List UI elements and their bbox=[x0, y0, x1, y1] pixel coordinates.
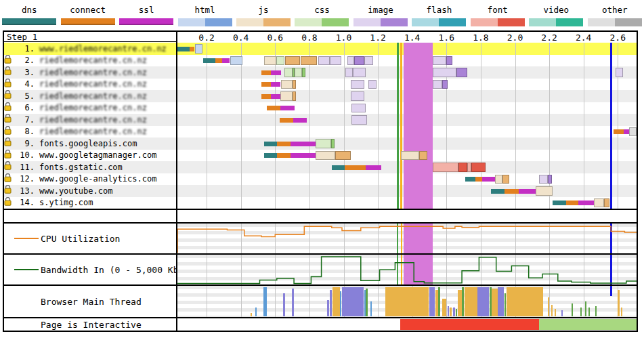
swatch-dark bbox=[263, 18, 291, 26]
tick-label: 2.2 bbox=[538, 32, 561, 43]
request-image-block bbox=[616, 68, 623, 77]
row-domain-link[interactable]: www.riedlemorecantre.cn.nz bbox=[39, 44, 167, 54]
request-font-block bbox=[433, 163, 458, 172]
row-domain-link[interactable]: riedlemorecantre.cn.nz bbox=[39, 79, 147, 89]
separator bbox=[4, 284, 637, 286]
request-dns-segment bbox=[465, 177, 475, 182]
request-other-block bbox=[629, 127, 637, 137]
request-image-block bbox=[354, 56, 364, 66]
main-thread-paint-bar bbox=[580, 308, 582, 316]
legend-label: connect bbox=[70, 5, 106, 15]
request-js-block bbox=[594, 198, 604, 208]
row-domain-link[interactable]: riedlemorecantre.cn.nz bbox=[39, 91, 147, 101]
legend-label: html bbox=[195, 5, 215, 15]
row-domain-link[interactable]: www.youtube.com bbox=[39, 186, 112, 196]
request-dns-segment bbox=[264, 153, 277, 158]
legend-label: video bbox=[543, 5, 569, 15]
swatch-dark bbox=[322, 18, 349, 26]
legend-swatch-video-icon bbox=[529, 18, 583, 26]
row-domain-link[interactable]: riedlemorecantre.cn.nz bbox=[39, 68, 147, 77]
request-ssl-segment bbox=[519, 189, 536, 194]
main-thread-layout-bar bbox=[453, 308, 455, 316]
request-css-block bbox=[331, 139, 335, 148]
legend-swatch-css-icon bbox=[295, 18, 349, 26]
request-connect-segment bbox=[261, 94, 271, 99]
request-js-block bbox=[604, 198, 609, 208]
request-ssl-segment bbox=[482, 177, 495, 182]
lock-icon bbox=[4, 102, 12, 111]
request-connect-segment bbox=[267, 106, 280, 110]
legend-label: font bbox=[488, 5, 508, 15]
tick-label: 0.4 bbox=[230, 32, 253, 43]
request-css-block bbox=[284, 68, 292, 77]
request-image-block bbox=[364, 56, 373, 66]
main-thread-script-bar bbox=[251, 313, 252, 316]
main-thread-paint-bar bbox=[438, 287, 440, 316]
separator bbox=[4, 222, 637, 224]
legend-swatch-flash-icon bbox=[412, 18, 466, 26]
row-domain-link[interactable]: riedlemorecantre.cn.nz bbox=[39, 56, 147, 65]
request-css-block bbox=[302, 68, 305, 77]
cpu-label-cell: CPU Utilization bbox=[4, 224, 176, 253]
main-thread-script-bar bbox=[555, 309, 556, 316]
tick-label: 0.8 bbox=[298, 32, 321, 43]
cpu-section-label: CPU Utilization bbox=[41, 234, 120, 244]
legend-swatch-image-icon bbox=[353, 18, 408, 26]
row-domain-link[interactable]: riedlemorecantre.cn.nz bbox=[39, 127, 147, 136]
bandwidth-section-label: Bandwidth In (0 - 5,000 Kbps) bbox=[41, 265, 194, 275]
main-thread-paint-bar bbox=[490, 287, 492, 316]
swatch-dark bbox=[498, 18, 525, 26]
request-js-block bbox=[301, 56, 317, 66]
gridline bbox=[344, 43, 345, 209]
legend-item-connect: connect bbox=[58, 0, 116, 30]
main-thread-layout-bar bbox=[477, 287, 489, 316]
request-js-block bbox=[335, 151, 351, 161]
request-image-block bbox=[351, 115, 367, 125]
row-domain-link[interactable]: fonts.gstatic.com bbox=[39, 163, 123, 172]
row-domain-link[interactable]: riedlemorecantre.cn.nz bbox=[39, 115, 147, 125]
request-font-block bbox=[471, 163, 486, 172]
request-js-block bbox=[281, 80, 292, 89]
bandwidth-legend-line-icon bbox=[14, 269, 39, 270]
separator bbox=[4, 209, 637, 210]
legend-swatch-js-icon bbox=[236, 18, 291, 26]
row-domain-link[interactable]: s.ytimg.com bbox=[39, 198, 93, 207]
swatch-dark bbox=[381, 18, 408, 26]
legend-item-video: video bbox=[527, 0, 585, 30]
request-js-block bbox=[502, 175, 509, 184]
request-image-block bbox=[345, 68, 353, 77]
legend-item-js: js bbox=[234, 0, 293, 30]
separator bbox=[4, 317, 637, 318]
row-number: 9. bbox=[17, 139, 35, 148]
row-domain-link[interactable]: www.googletagmanager.com bbox=[39, 150, 156, 160]
main-thread-layout-bar bbox=[327, 300, 329, 316]
legend-item-ssl: ssl bbox=[117, 0, 175, 30]
row-domain-link[interactable]: riedlemorecantre.cn.nz bbox=[39, 103, 147, 112]
tick-label: 1.0 bbox=[332, 32, 356, 43]
row-domain-link[interactable]: fonts.googleapis.com bbox=[39, 139, 137, 148]
request-connect-segment bbox=[261, 70, 271, 75]
request-ssl-segment bbox=[222, 58, 230, 63]
gridline bbox=[207, 43, 207, 209]
request-js-block bbox=[293, 80, 296, 89]
row-number: 14. bbox=[17, 198, 35, 207]
main-thread-parse-bar bbox=[370, 301, 372, 316]
request-ssl-segment bbox=[291, 153, 316, 158]
row-domain-link[interactable]: www.google-analytics.com bbox=[39, 174, 156, 184]
request-image-block bbox=[433, 68, 456, 77]
request-dns-segment bbox=[177, 47, 190, 51]
request-js-block bbox=[285, 56, 300, 66]
request-image-block bbox=[368, 80, 376, 89]
separator bbox=[4, 253, 637, 255]
lock-icon bbox=[4, 55, 12, 64]
legend-item-font: font bbox=[469, 0, 527, 30]
legend-item-other: other bbox=[586, 0, 644, 30]
event-marker-line bbox=[397, 43, 399, 209]
request-connect-segment bbox=[614, 129, 624, 134]
request-image-block bbox=[548, 175, 552, 184]
request-dns-segment bbox=[264, 142, 277, 146]
request-font-block bbox=[458, 163, 467, 172]
swatch-light bbox=[588, 18, 615, 26]
swatch-dark bbox=[615, 18, 642, 26]
main-thread-script-bar bbox=[332, 287, 340, 316]
